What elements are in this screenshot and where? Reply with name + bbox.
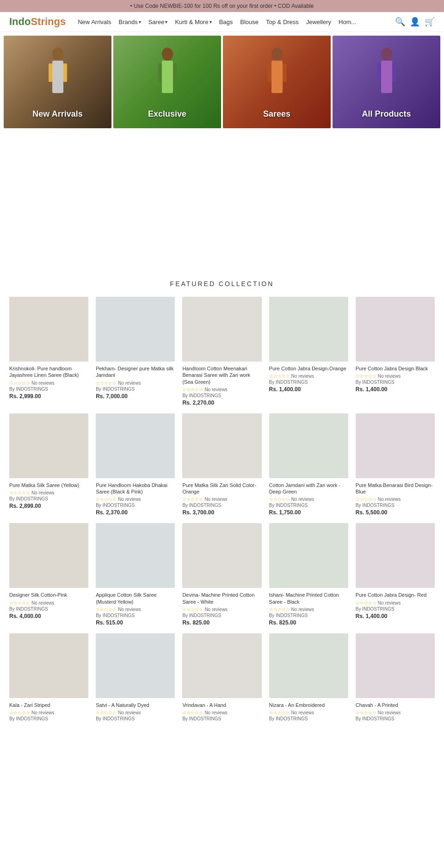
product-card[interactable]: Krishnokoli- Pure handloom Jayashree Lin… xyxy=(9,297,88,406)
product-stars: ☆☆☆☆☆ No reviews xyxy=(356,600,435,606)
product-card[interactable]: Designer Silk Cotton-Pink ☆☆☆☆☆ No revie… xyxy=(9,523,88,626)
product-card[interactable]: Kala - Zari Striped ☆☆☆☆☆ No reviews By … xyxy=(9,633,88,723)
product-price: Rs. 2,999.00 xyxy=(9,393,88,400)
star-icon: ☆☆☆☆☆ xyxy=(9,710,30,715)
product-by: By INDOSTRINGS xyxy=(182,716,261,721)
product-reviews: No reviews xyxy=(31,600,54,606)
product-image xyxy=(182,523,261,588)
product-card[interactable]: Devina- Machine Printed Cotton Saree - W… xyxy=(182,523,261,626)
product-image xyxy=(269,413,348,478)
svg-rect-7 xyxy=(173,63,177,82)
svg-point-0 xyxy=(52,48,63,61)
product-reviews: No reviews xyxy=(204,497,227,502)
product-card[interactable]: Pure Cotton Jabra Design- Red ☆☆☆☆☆ No r… xyxy=(356,523,435,626)
nav-item-kurti[interactable]: Kurti & More ▾ xyxy=(172,17,214,27)
product-stars: ☆☆☆☆☆ No reviews xyxy=(269,710,348,715)
nav-item-jewellery[interactable]: Jewellery xyxy=(303,17,334,27)
banner-sarees[interactable]: Sarees xyxy=(223,36,331,128)
svg-rect-2 xyxy=(49,63,52,82)
product-card[interactable]: Chavah - A Printed ☆☆☆☆☆ No reviews By I… xyxy=(356,633,435,723)
product-image xyxy=(9,633,88,698)
product-image xyxy=(356,523,435,588)
product-card[interactable]: Pure Matka Benarasi Bird Design-Blue ☆☆☆… xyxy=(356,413,435,516)
product-card[interactable]: Vrindavan - A Hand ☆☆☆☆☆ No reviews By I… xyxy=(182,633,261,723)
product-by: By INDOSTRINGS xyxy=(9,496,88,501)
star-icon: ☆☆☆☆☆ xyxy=(269,607,290,612)
nav-item-brands[interactable]: Brands ▾ xyxy=(116,17,143,27)
product-name: Vrindavan - A Hand xyxy=(182,702,261,708)
product-name: Pure Matka Benarasi Bird Design-Blue xyxy=(356,482,435,495)
svg-point-12 xyxy=(381,48,392,61)
logo[interactable]: IndoStrings xyxy=(9,16,66,28)
star-icon: ☆☆☆☆☆ xyxy=(356,497,376,502)
banner-label-all-products: All Products xyxy=(362,109,411,119)
product-reviews: No reviews xyxy=(118,497,141,502)
product-name: Pure Cotton Jabra Design-Orange xyxy=(269,365,348,372)
star-icon: ☆☆☆☆☆ xyxy=(356,600,376,606)
product-image xyxy=(356,413,435,478)
svg-rect-10 xyxy=(268,63,271,82)
product-stars: ☆☆☆☆☆ No reviews xyxy=(269,497,348,502)
product-card[interactable]: Nizara - An Embroidered ☆☆☆☆☆ No reviews… xyxy=(269,633,348,723)
product-by: By INDOSTRINGS xyxy=(269,613,348,618)
banner-all-products[interactable]: All Products xyxy=(333,36,440,128)
announcement-text: • Use Code NEWBIE-100 for 100 Rs off on … xyxy=(130,3,314,9)
product-card[interactable]: Applique Cotton Silk Saree (Musterd Yell… xyxy=(96,523,175,626)
product-reviews: No reviews xyxy=(291,710,314,715)
product-reviews: No reviews xyxy=(204,387,227,392)
banner-new-arrivals[interactable]: New Arrivals xyxy=(4,36,111,128)
product-price: Rs. 3,700.00 xyxy=(182,509,261,516)
product-card[interactable]: Cotton Jamdani with Zari work - Deep Gre… xyxy=(269,413,348,516)
product-image xyxy=(269,633,348,698)
svg-rect-15 xyxy=(392,63,396,82)
product-by: By INDOSTRINGS xyxy=(182,613,261,618)
product-card[interactable]: Pekham- Designer pure Matka silk Jamdani… xyxy=(96,297,175,406)
product-image xyxy=(96,413,175,478)
product-card[interactable]: Pure Matka Silk Zari Solid Color-Orange … xyxy=(182,413,261,516)
product-card[interactable]: Pure Cotton Jabra Design-Orange ☆☆☆☆☆ No… xyxy=(269,297,348,406)
product-card[interactable]: Ishani- Machine Printed Cotton Saree - B… xyxy=(269,523,348,626)
product-price: Rs. 1,750.00 xyxy=(269,509,348,516)
product-reviews: No reviews xyxy=(118,710,141,715)
nav-item-saree[interactable]: Saree ▾ xyxy=(146,17,171,27)
nav-item-blouse[interactable]: Blouse xyxy=(237,17,261,27)
product-name: Pure Matka Silk Zari Solid Color-Orange xyxy=(182,482,261,495)
nav-item-home[interactable]: Hom... xyxy=(336,17,359,27)
product-card[interactable]: Handloom Cotton Meenakari Benarasi Saree… xyxy=(182,297,261,406)
nav-item-new-arrivals[interactable]: New Arrivals xyxy=(75,17,114,27)
product-by: By INDOSTRINGS xyxy=(356,380,435,385)
product-card[interactable]: Pure Cotton Jabra Design Black ☆☆☆☆☆ No … xyxy=(356,297,435,406)
product-reviews: No reviews xyxy=(31,381,54,386)
svg-rect-3 xyxy=(63,63,67,82)
svg-rect-6 xyxy=(158,63,162,82)
product-image xyxy=(96,297,175,362)
product-by: By INDOSTRINGS xyxy=(96,716,175,721)
product-reviews: No reviews xyxy=(204,710,227,715)
product-name: Cotton Jamdani with Zari work - Deep Gre… xyxy=(269,482,348,495)
chevron-down-icon: ▾ xyxy=(139,19,141,25)
search-icon[interactable]: 🔍 xyxy=(395,17,405,27)
product-by: By INDOSTRINGS xyxy=(96,387,175,392)
product-reviews: No reviews xyxy=(204,607,227,612)
product-card[interactable]: Satvi - A Naturally Dyed ☆☆☆☆☆ No review… xyxy=(96,633,175,723)
svg-point-8 xyxy=(271,48,283,61)
product-by: By INDOSTRINGS xyxy=(356,716,435,721)
product-stars: ☆☆☆☆☆ No reviews xyxy=(356,710,435,715)
product-price: Rs. 2,270.00 xyxy=(182,400,261,406)
user-icon[interactable]: 👤 xyxy=(410,17,420,27)
star-icon: ☆☆☆☆☆ xyxy=(9,381,30,386)
cart-icon[interactable]: 🛒 xyxy=(425,17,435,27)
product-stars: ☆☆☆☆☆ No reviews xyxy=(182,607,261,612)
product-card[interactable]: Pure Matka Silk Saree (Yellow) ☆☆☆☆☆ No … xyxy=(9,413,88,516)
product-by: By INDOSTRINGS xyxy=(269,503,348,508)
product-reviews: No reviews xyxy=(378,497,401,502)
product-price: Rs. 2,370.00 xyxy=(96,509,175,516)
banner-exclusive[interactable]: Exclusive xyxy=(113,36,221,128)
product-image xyxy=(9,523,88,588)
product-reviews: No reviews xyxy=(378,374,401,379)
product-by: By INDOSTRINGS xyxy=(356,606,435,612)
nav-item-bags[interactable]: Bags xyxy=(216,17,236,27)
nav-item-top-dress[interactable]: Top & Dress xyxy=(263,17,302,27)
product-by: By INDOSTRINGS xyxy=(269,716,348,721)
product-card[interactable]: Pure Handloom Hakoba Dhakai Saree (Black… xyxy=(96,413,175,516)
